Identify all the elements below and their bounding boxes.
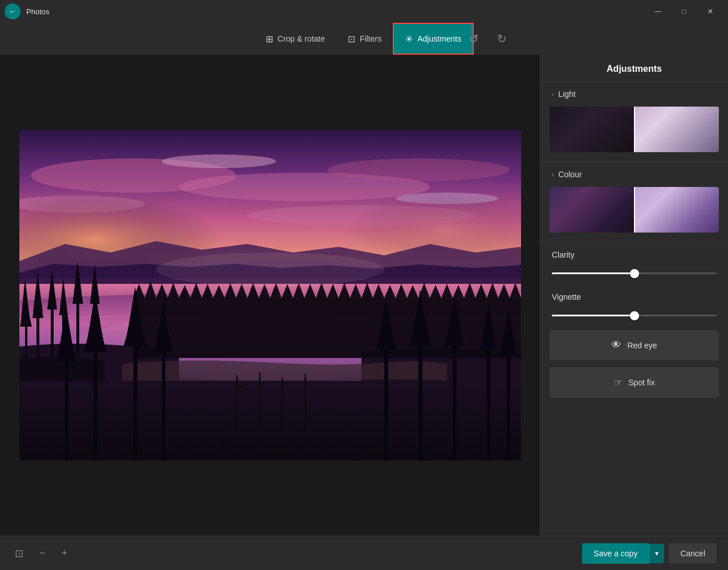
clarity-slider[interactable] bbox=[552, 272, 717, 274]
light-preview bbox=[550, 107, 719, 152]
filters-tab[interactable]: ⊡ Filters bbox=[336, 23, 393, 55]
close-button[interactable]: ✕ bbox=[697, 0, 723, 23]
photo-canvas bbox=[19, 130, 521, 461]
save-copy-button[interactable]: Save a copy bbox=[582, 543, 649, 564]
light-chevron-icon: › bbox=[552, 91, 554, 97]
crop-label: Crop & rotate bbox=[278, 34, 325, 43]
crop-icon: ⊞ bbox=[266, 34, 273, 44]
spot-fix-icon: ☞ bbox=[613, 376, 623, 389]
toolbar: ⊞ Crop & rotate ⊡ Filters ✳ Adjustments … bbox=[0, 23, 728, 55]
vignette-label: Vignette bbox=[552, 292, 717, 302]
light-accordion-header[interactable]: › Light bbox=[540, 82, 728, 107]
filters-label: Filters bbox=[360, 34, 381, 43]
light-before bbox=[550, 107, 635, 152]
svg-rect-57 bbox=[453, 335, 457, 461]
svg-rect-69 bbox=[282, 378, 283, 432]
main-content: Adjustments › Light › Colour bbox=[0, 55, 728, 536]
cancel-button[interactable]: Cancel bbox=[669, 543, 717, 564]
adjustments-icon: ✳ bbox=[405, 34, 413, 44]
colour-section: › Colour bbox=[540, 162, 728, 242]
save-dropdown-button[interactable]: ▾ bbox=[649, 544, 664, 563]
vignette-slider[interactable] bbox=[552, 315, 717, 316]
bottom-bar: ⊡ − + Save a copy ▾ Cancel bbox=[0, 536, 728, 570]
light-section: › Light bbox=[540, 82, 728, 162]
title-bar-left: ← Photos bbox=[5, 3, 49, 19]
svg-point-73 bbox=[156, 253, 384, 287]
title-bar: ← Photos — □ ✕ bbox=[0, 0, 728, 23]
bottom-tools: ⊡ − + bbox=[11, 544, 71, 563]
adjustments-label: Adjustments bbox=[417, 34, 461, 43]
svg-rect-34 bbox=[93, 335, 97, 461]
svg-rect-48 bbox=[384, 338, 388, 461]
svg-rect-44 bbox=[162, 341, 165, 461]
crop-rotate-tab[interactable]: ⊞ Crop & rotate bbox=[254, 23, 336, 55]
svg-rect-39 bbox=[133, 329, 137, 461]
back-icon: ← bbox=[9, 7, 17, 16]
clarity-label: Clarity bbox=[552, 250, 717, 259]
light-label: Light bbox=[558, 89, 575, 99]
svg-rect-21 bbox=[51, 304, 54, 358]
adjustments-tab[interactable]: ✳ Adjustments bbox=[393, 23, 474, 55]
svg-rect-30 bbox=[65, 347, 68, 461]
svg-rect-25 bbox=[76, 295, 79, 358]
light-after bbox=[635, 107, 719, 152]
svg-rect-68 bbox=[259, 372, 261, 432]
svg-rect-67 bbox=[236, 375, 238, 432]
app-title: Photos bbox=[26, 7, 49, 16]
colour-preview-divider bbox=[634, 187, 635, 233]
undo-button[interactable]: ↺ bbox=[465, 30, 483, 48]
spot-fix-label: Spot fix bbox=[628, 378, 655, 387]
light-preview-divider bbox=[634, 107, 635, 152]
maximize-button[interactable]: □ bbox=[671, 0, 697, 23]
colour-before bbox=[550, 187, 635, 233]
red-eye-label: Red eye bbox=[627, 341, 657, 350]
red-eye-icon: 👁 bbox=[611, 339, 621, 351]
svg-rect-64 bbox=[507, 347, 510, 461]
toolbar-actions: ↺ ↻ bbox=[465, 30, 511, 48]
redo-button[interactable]: ↻ bbox=[493, 30, 511, 48]
red-eye-button[interactable]: 👁 Red eye bbox=[550, 330, 719, 360]
svg-rect-70 bbox=[304, 374, 306, 432]
back-button[interactable]: ← bbox=[5, 3, 21, 19]
vignette-section: Vignette bbox=[540, 284, 728, 327]
image-area bbox=[0, 55, 540, 536]
svg-rect-61 bbox=[487, 341, 490, 461]
colour-accordion-header[interactable]: › Colour bbox=[540, 162, 728, 187]
clarity-section: Clarity bbox=[540, 242, 728, 284]
fit-to-screen-button[interactable]: ⊡ bbox=[11, 544, 27, 563]
window-controls: — □ ✕ bbox=[645, 0, 723, 23]
spot-fix-button[interactable]: ☞ Spot fix bbox=[550, 367, 719, 398]
zoom-out-button[interactable]: − bbox=[36, 544, 49, 563]
zoom-in-button[interactable]: + bbox=[58, 544, 71, 563]
panel-title: Adjustments bbox=[540, 55, 728, 82]
landscape-svg bbox=[19, 130, 521, 461]
colour-label: Colour bbox=[558, 170, 581, 179]
filters-icon: ⊡ bbox=[348, 34, 355, 44]
svg-rect-52 bbox=[418, 332, 422, 461]
bottom-actions: Save a copy ▾ Cancel bbox=[582, 543, 717, 564]
right-panel: Adjustments › Light › Colour bbox=[540, 55, 728, 536]
minimize-button[interactable]: — bbox=[645, 0, 671, 23]
colour-preview bbox=[550, 187, 719, 233]
colour-after bbox=[635, 187, 719, 233]
colour-chevron-icon: › bbox=[552, 172, 554, 178]
